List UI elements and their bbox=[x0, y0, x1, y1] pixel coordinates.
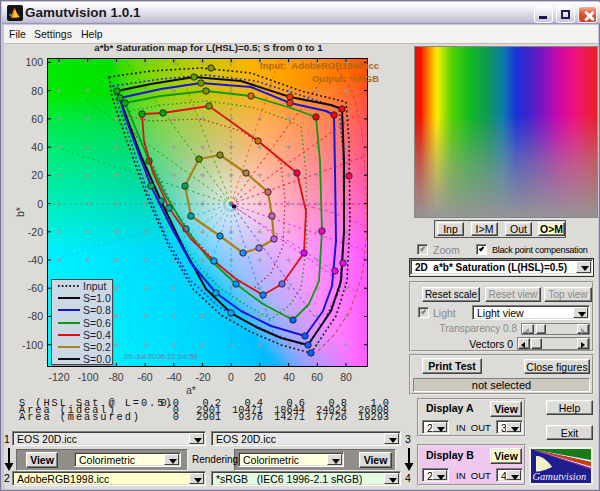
svg-text:Gamutvision: Gamutvision bbox=[533, 471, 587, 482]
